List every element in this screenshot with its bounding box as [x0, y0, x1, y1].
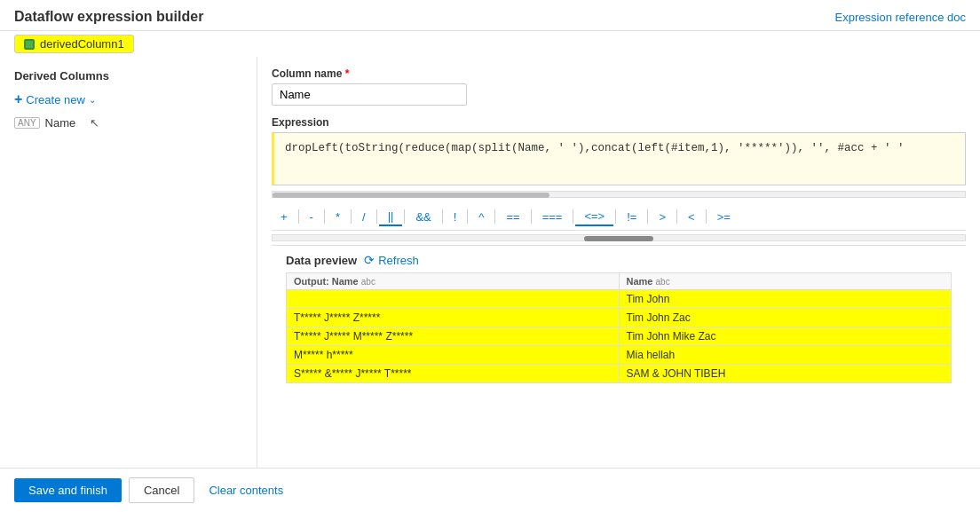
op-and[interactable]: && — [407, 208, 439, 226]
clear-contents-button[interactable]: Clear contents — [202, 478, 290, 502]
sidebar-section-title: Derived Columns — [0, 66, 257, 88]
name-cell: Tim John — [619, 290, 952, 309]
refresh-label: Refresh — [378, 254, 419, 267]
horiz-scrollbar-thumb — [584, 236, 653, 241]
cancel-button[interactable]: Cancel — [129, 477, 194, 503]
cursor-indicator: ↖ — [90, 116, 99, 130]
table-header-row: Output: Name abc Name abc — [287, 273, 952, 290]
footer: Save and finish Cancel Clear contents — [0, 468, 980, 512]
table-row: M***** h*****Mia hellah — [287, 346, 952, 365]
op-separator — [676, 209, 677, 224]
op-gt[interactable]: > — [650, 208, 675, 226]
sidebar: Derived Columns + Create new ⌄ ANY Name … — [0, 57, 257, 498]
table-row: T***** J***** Z*****Tim John Zac — [287, 309, 952, 327]
op-separator — [404, 209, 405, 224]
op-separator — [615, 209, 616, 224]
table-row: Tim John — [287, 290, 952, 309]
name-cell: Tim John Mike Zac — [619, 327, 952, 346]
table-row: S***** &***** J***** T*****SAM & JOHN TI… — [287, 365, 952, 383]
app-header: Dataflow expression builder Expression r… — [0, 0, 980, 31]
col-header-name: Name abc — [619, 273, 952, 290]
create-new-label: Create new — [26, 93, 84, 106]
plus-icon: + — [14, 91, 22, 107]
derived-column-tab[interactable]: derivedColumn1 — [14, 35, 134, 53]
col-header-output: Output: Name abc — [287, 273, 620, 290]
tab-bar: derivedColumn1 — [0, 31, 980, 57]
op-not[interactable]: ! — [445, 208, 466, 226]
col-type-name: abc — [656, 277, 670, 287]
op-lt[interactable]: < — [679, 208, 704, 226]
table-row: T***** J***** M***** Z*****Tim John Mike… — [287, 327, 952, 346]
tab-icon — [24, 39, 35, 50]
sidebar-item-name[interactable]: ANY Name ↖ — [0, 111, 257, 135]
expression-editor[interactable]: dropLeft(toString(reduce(map(split(Name,… — [272, 132, 966, 185]
op-separator — [376, 209, 377, 224]
op-separator — [573, 209, 573, 224]
op-eq[interactable]: == — [497, 208, 528, 226]
op-separator — [531, 209, 532, 224]
data-preview-table: Output: Name abc Name abc Tim JohnT*****… — [286, 272, 952, 383]
right-panel: Column name * Expression dropLeft(toStri… — [257, 57, 980, 498]
name-cell: SAM & JOHN TIBEH — [619, 365, 952, 383]
type-badge: ANY — [14, 117, 40, 129]
column-name-label: Column name * — [272, 67, 966, 80]
scrollbar-thumb — [273, 193, 549, 198]
refresh-button[interactable]: ⟳ Refresh — [364, 253, 419, 267]
main-layout: Derived Columns + Create new ⌄ ANY Name … — [0, 57, 980, 498]
data-preview-title: Data preview — [286, 254, 357, 267]
name-cell: Tim John Zac — [619, 309, 952, 327]
op-separator — [324, 209, 325, 224]
op-spaceship[interactable]: <=> — [575, 207, 613, 226]
op-separator — [298, 209, 299, 224]
output-cell — [287, 290, 620, 309]
output-cell: M***** h***** — [287, 346, 620, 365]
expression-label: Expression — [272, 116, 966, 129]
op-eqeq[interactable]: === — [533, 208, 572, 226]
required-star: * — [345, 67, 350, 80]
sidebar-item-label: Name — [45, 116, 76, 130]
op-minus[interactable]: - — [301, 208, 322, 226]
op-divide[interactable]: / — [353, 208, 375, 226]
create-new-button[interactable]: + Create new ⌄ — [0, 88, 257, 111]
output-cell: S***** &***** J***** T***** — [287, 365, 620, 383]
save-finish-button[interactable]: Save and finish — [14, 478, 122, 502]
op-separator — [647, 209, 648, 224]
operators-toolbar: + - * / || && ! ^ == === <=> != > — [272, 203, 966, 231]
op-or[interactable]: || — [379, 207, 403, 226]
col-type-output: abc — [361, 277, 375, 287]
column-name-input[interactable] — [272, 83, 467, 106]
op-separator — [706, 209, 707, 224]
op-separator — [351, 209, 352, 224]
refresh-icon: ⟳ — [364, 253, 375, 267]
op-separator — [467, 209, 468, 224]
output-cell: T***** J***** Z***** — [287, 309, 620, 327]
chevron-down-icon: ⌄ — [89, 95, 96, 105]
op-separator — [442, 209, 443, 224]
op-plus[interactable]: + — [272, 208, 296, 226]
horizontal-scrollbar[interactable] — [272, 234, 966, 241]
op-neq[interactable]: != — [618, 208, 645, 226]
output-cell: T***** J***** M***** Z***** — [287, 327, 620, 346]
op-separator — [494, 209, 495, 224]
op-gte[interactable]: >= — [708, 208, 739, 226]
expression-reference-link[interactable]: Expression reference doc — [835, 11, 966, 24]
name-cell: Mia hellah — [619, 346, 952, 365]
app-title: Dataflow expression builder — [14, 9, 203, 25]
expression-scrollbar[interactable] — [272, 191, 966, 198]
op-multiply[interactable]: * — [327, 208, 349, 226]
op-xor[interactable]: ^ — [470, 208, 493, 226]
data-preview-header: Data preview ⟳ Refresh — [286, 253, 952, 267]
data-preview-section: Data preview ⟳ Refresh Output: Name abc … — [272, 245, 966, 383]
tab-label: derivedColumn1 — [40, 37, 124, 51]
